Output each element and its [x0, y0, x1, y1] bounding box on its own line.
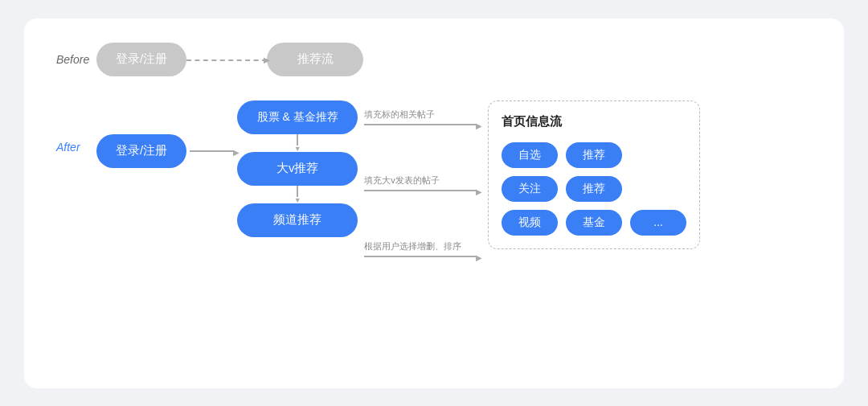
panel-tag-zixuan: 自选 [502, 142, 558, 168]
before-recommend-pill: 推荐流 [267, 43, 363, 76]
before-login-pill: 登录/注册 [96, 43, 186, 76]
rec-stack-container: 股票 & 基金推荐 ▼ 大v推荐 ▼ 频道推荐 [237, 100, 700, 266]
panel-row-2: 关注 推荐 [502, 176, 686, 202]
labeled-arrows: 填充标的相关帖子 ▶ 填充大v发表的帖子 ▶ [364, 100, 477, 266]
panel-tag-tuijian-2: 推荐 [566, 176, 622, 202]
arrow-label-3: 根据用户选择增删、排序 ▶ [364, 232, 477, 266]
panel-tag-shipin: 视频 [502, 210, 558, 236]
diagram: Before 登录/注册 推荐流 After 登录/注册 ▶ [24, 18, 844, 388]
panel-title: 首页信息流 [502, 114, 686, 129]
panel-tag-more: ... [630, 210, 686, 236]
channel-pill: 频道推荐 [237, 203, 358, 237]
after-label: After [56, 141, 96, 154]
before-label: Before [56, 53, 96, 66]
panel-tag-guanzhu: 关注 [502, 176, 558, 202]
panel-row-3: 视频 基金 ... [502, 210, 686, 236]
after-row: After 登录/注册 ▶ 股票 & 基金推荐 ▼ [56, 100, 812, 266]
panel-tag-jijin: 基金 [566, 210, 622, 236]
panel-row-1: 自选 推荐 [502, 142, 686, 168]
right-panel: 首页信息流 自选 推荐 关注 推荐 视频 基金 ... [488, 100, 700, 249]
before-row: Before 登录/注册 推荐流 [56, 43, 812, 76]
stock-fund-pill: 股票 & 基金推荐 [237, 100, 358, 134]
arrow-label-2: 填充大v发表的帖子 ▶ [364, 166, 477, 200]
dav-pill: 大v推荐 [237, 152, 358, 186]
arrow-label-1: 填充标的相关帖子 ▶ [364, 100, 477, 134]
panel-tag-tuijian-1: 推荐 [566, 142, 622, 168]
after-login-pill: 登录/注册 [96, 134, 186, 168]
after-login-col: 登录/注册 ▶ [96, 134, 237, 168]
rec-stack: 股票 & 基金推荐 ▼ 大v推荐 ▼ 频道推荐 [237, 100, 358, 237]
